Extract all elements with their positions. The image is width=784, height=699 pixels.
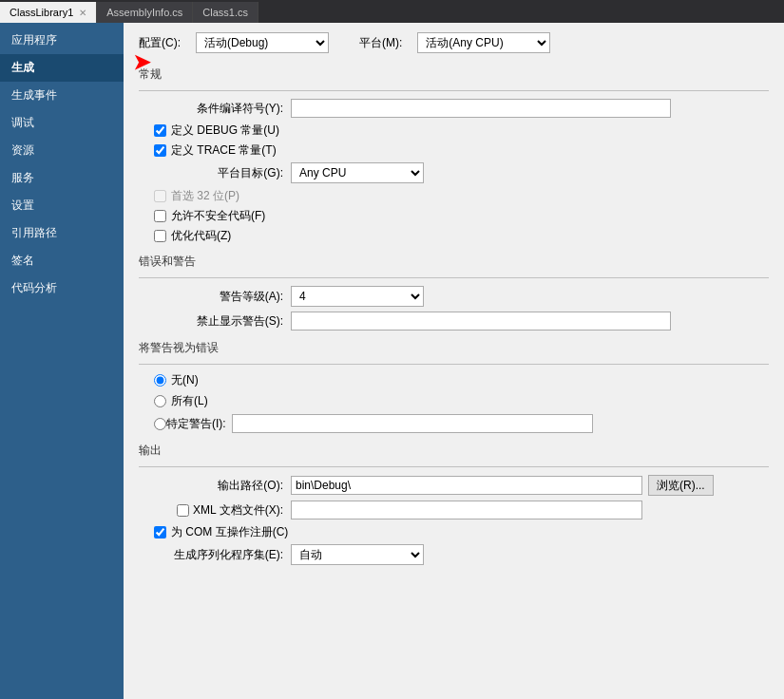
radio-all[interactable] [154,395,166,407]
prefer32bit-label: 首选 32 位(P) [171,188,239,204]
divider-errors [139,277,769,278]
allow-unsafe-checkbox[interactable] [154,210,166,222]
sidebar-item-settings[interactable]: 设置 [0,192,124,219]
specific-warnings-label: 特定警告(I): [166,416,226,432]
optimize-code-checkbox[interactable] [154,230,166,242]
conditional-symbols-row: 条件编译符号(Y): [139,99,769,118]
sidebar-item-resources[interactable]: 资源 [0,137,124,164]
define-debug-checkbox[interactable] [154,124,166,137]
platform-target-row: 平台目标(G): Any CPU x86 x64 [139,162,769,183]
define-trace-row: 定义 TRACE 常量(T) [139,142,769,159]
main-layout: 应用程序 生成 ➤ 生成事件 调试 资源 服务 设置 引用路径 签名 代码分析 [0,23,784,699]
sidebar-item-debug[interactable]: 调试 [0,109,124,137]
tab-label: Class1.cs [202,7,248,18]
xml-doc-label: XML 文档文件(X): [193,502,283,519]
section-errors-title: 错误和警告 [139,254,769,272]
conditional-symbols-label: 条件编译符号(Y): [139,101,291,117]
radio-none[interactable] [154,374,166,387]
platform-target-select[interactable]: Any CPU x86 x64 [291,162,424,183]
suppress-warnings-label: 禁止显示警告(S): [139,313,291,330]
suppress-warnings-input[interactable] [291,312,671,331]
radio-none-row: 无(N) [139,372,769,388]
tab-assemblyinfo[interactable]: AssemblyInfo.cs [97,2,193,23]
serialize-label: 生成序列化程序集(E): [139,547,291,563]
config-row: 配置(C): 活动(Debug) 平台(M): 活动(Any CPU) [139,32,769,53]
warning-level-row: 警告等级(A): 01234 [139,286,769,307]
serialize-select[interactable]: 自动 开 关 [291,544,424,565]
radio-all-label: 所有(L) [171,393,208,409]
output-path-row: 输出路径(O): 浏览(R)... [139,475,769,496]
specific-warnings-row: 特定警告(I): [139,414,769,433]
com-register-row: 为 COM 互操作注册(C) [139,524,769,540]
radio-all-row: 所有(L) [139,393,769,409]
suppress-warnings-row: 禁止显示警告(S): [139,312,769,331]
tab-classlibrary1[interactable]: ClassLibrary1 ✕ [0,2,97,23]
prefer32bit-checkbox [154,190,166,202]
allow-unsafe-row: 允许不安全代码(F) [139,208,769,224]
com-register-checkbox[interactable] [154,526,166,538]
sidebar-item-ref-paths[interactable]: 引用路径 [0,219,124,247]
sidebar-item-code-analysis[interactable]: 代码分析 [0,274,124,302]
optimize-code-label: 优化代码(Z) [171,228,231,244]
section-output-title: 输出 [139,443,769,461]
sidebar-item-services[interactable]: 服务 [0,164,124,192]
sidebar-item-app[interactable]: 应用程序 [0,27,124,54]
sidebar-item-build-events[interactable]: 生成事件 [0,82,124,109]
platform-target-label: 平台目标(G): [139,165,291,181]
com-register-label: 为 COM 互操作注册(C) [171,524,288,540]
tab-class1[interactable]: Class1.cs [193,2,258,23]
prefer32bit-row: 首选 32 位(P) [139,188,769,204]
sidebar-item-build[interactable]: 生成 ➤ [0,54,124,82]
xml-doc-input[interactable] [291,501,642,520]
tab-label: ClassLibrary1 [10,7,73,18]
browse-button[interactable]: 浏览(R)... [648,475,714,496]
warning-level-label: 警告等级(A): [139,289,291,305]
allow-unsafe-label: 允许不安全代码(F) [171,208,265,224]
conditional-symbols-input[interactable] [291,99,671,118]
divider-output [139,466,769,467]
define-trace-label: 定义 TRACE 常量(T) [171,142,277,159]
divider-treat-warnings [139,364,769,365]
divider-normal [139,90,769,91]
xml-doc-row: XML 文档文件(X): [139,501,769,520]
sidebar-item-signing[interactable]: 签名 [0,247,124,274]
content-panel: 配置(C): 活动(Debug) 平台(M): 活动(Any CPU) 常规 条… [124,23,784,699]
close-icon[interactable]: ✕ [79,8,86,18]
output-path-input[interactable] [291,476,642,495]
sidebar: 应用程序 生成 ➤ 生成事件 调试 资源 服务 设置 引用路径 签名 代码分析 [0,23,124,699]
config-label: 配置(C): [139,35,181,51]
specific-warnings-input[interactable] [232,414,593,433]
section-treat-warnings-title: 将警告视为错误 [139,340,769,358]
tab-label: AssemblyInfo.cs [106,7,182,18]
xml-doc-checkbox[interactable] [177,504,189,517]
tab-bar: ClassLibrary1 ✕ AssemblyInfo.cs Class1.c… [0,0,784,23]
section-normal-title: 常规 [139,66,769,85]
platform-select[interactable]: 活动(Any CPU) [417,32,550,53]
warning-level-select[interactable]: 01234 [291,286,424,307]
define-trace-checkbox[interactable] [154,144,166,157]
radio-specific[interactable] [154,418,166,430]
radio-none-label: 无(N) [171,372,199,388]
define-debug-label: 定义 DEBUG 常量(U) [171,123,279,139]
define-debug-row: 定义 DEBUG 常量(U) [139,123,769,139]
serialize-row: 生成序列化程序集(E): 自动 开 关 [139,544,769,565]
output-path-label: 输出路径(O): [139,478,291,494]
config-select[interactable]: 活动(Debug) [196,32,329,53]
platform-label: 平台(M): [359,35,402,51]
optimize-code-row: 优化代码(Z) [139,228,769,244]
